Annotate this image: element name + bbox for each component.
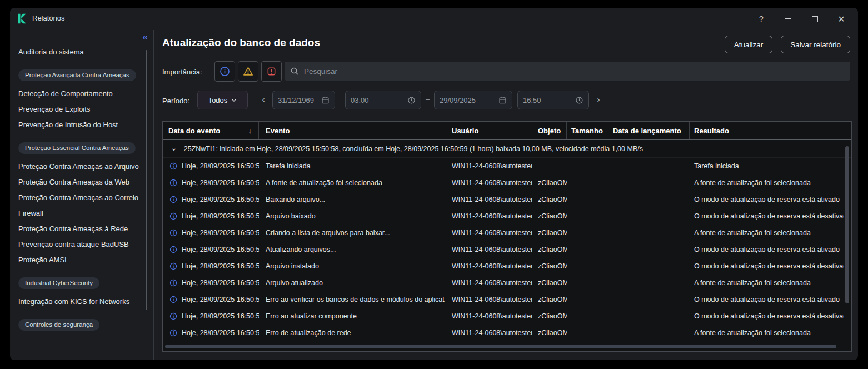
event-cell: Arquivo baixado — [259, 212, 445, 220]
sort-descending-icon[interactable]: ↓ — [248, 127, 252, 135]
user-cell: WIN11-24-0608\autotester — [445, 329, 532, 337]
user-cell: WIN11-24-0608\autotester — [445, 196, 532, 203]
table-row[interactable]: Hoje, 28/09/2025 16:50:58Atualizando arq… — [163, 241, 851, 258]
title-bar: Relatórios ? ✕ — [10, 8, 858, 30]
importance-warning-filter-button[interactable] — [238, 61, 258, 82]
sidebar-item[interactable]: Detecção de Comportamento — [18, 86, 141, 101]
info-icon — [169, 229, 177, 237]
sidebar-item[interactable]: Prevenção de Intrusão do Host — [18, 117, 141, 132]
sidebar-section: Controles de segurança — [18, 319, 144, 331]
event-date-cell: Hoje, 28/09/2025 16:50:58 — [163, 196, 259, 203]
period-prev-button[interactable]: ‹ — [260, 94, 267, 104]
table-row[interactable]: Hoje, 28/09/2025 16:50:58Arquivo atualiz… — [163, 275, 851, 291]
importance-info-filter-button[interactable] — [214, 61, 235, 82]
importance-critical-filter-button[interactable] — [261, 61, 282, 82]
task-group-row[interactable]: ⌄ 25ZNwTI1: iniciada em Hoje, 28/09/2025… — [163, 140, 851, 158]
event-cell: A fonte de atualização foi selecionada — [259, 179, 445, 187]
event-date-cell: Hoje, 28/09/2025 16:50:58 — [163, 162, 259, 170]
table-body: Hoje, 28/09/2025 16:50:58Tarefa iniciada… — [163, 158, 851, 341]
date-to-field[interactable]: 29/09/2025 — [434, 91, 512, 109]
sidebar-item[interactable]: Firewall — [18, 205, 141, 221]
maximize-icon — [812, 16, 818, 22]
clock-icon — [575, 96, 583, 104]
table-row[interactable]: Hoje, 28/09/2025 16:50:58Erro ao atualiz… — [163, 308, 851, 325]
object-cell: zCliaoOM — [532, 279, 567, 287]
sidebar-section-badge: Proteção Essencial Contra Ameaças — [18, 142, 136, 154]
sidebar-item[interactable]: Proteção Contra Ameaças da Web — [18, 174, 141, 190]
info-icon — [169, 279, 177, 287]
column-header-tamanho[interactable]: Tamanho — [567, 122, 608, 139]
sidebar-item[interactable]: Proteção Contra Ameaças à Rede — [18, 221, 141, 236]
column-header-data-de-lancamento[interactable]: Data de lançamento — [608, 122, 690, 139]
table-row[interactable]: Hoje, 28/09/2025 16:50:58Baixando arquiv… — [163, 191, 851, 208]
sidebar-item[interactable]: Auditoria do sistema — [18, 44, 141, 59]
horizontal-scrollbar[interactable] — [165, 345, 836, 348]
kaspersky-logo-icon — [16, 13, 28, 24]
period-next-button[interactable]: › — [595, 94, 602, 104]
result-cell: O modo de atualização de reserva está de… — [690, 312, 844, 320]
object-cell: zCliaoOM — [532, 179, 567, 187]
period-preset-dropdown[interactable]: Todos — [197, 91, 248, 109]
event-cell: Tarefa iniciada — [259, 162, 445, 170]
sidebar-section: Proteção Avançada Contra Ameaças — [18, 69, 144, 81]
event-date: Hoje, 28/09/2025 16:50:58 — [182, 246, 259, 253]
table-row[interactable]: Hoje, 28/09/2025 16:50:58Erro ao verific… — [163, 291, 851, 308]
maximize-button[interactable] — [806, 11, 824, 27]
result-cell: A fonte de atualização foi selecionada — [690, 329, 844, 337]
sidebar-collapse-button[interactable]: « — [143, 32, 147, 43]
table-row[interactable]: Hoje, 28/09/2025 16:50:58Erro de atualiz… — [163, 325, 851, 341]
event-date-cell: Hoje, 28/09/2025 16:50:58 — [163, 246, 259, 253]
search-field[interactable] — [285, 62, 850, 81]
sidebar-item[interactable]: Prevenção contra ataque BadUSB — [18, 236, 141, 252]
user-cell: WIN11-24-0608\autotester — [445, 296, 532, 303]
sidebar-item[interactable]: Proteção AMSI — [18, 252, 141, 267]
column-header-data-do-evento[interactable]: Data do evento ↓ — [163, 122, 259, 139]
result-cell: O modo de atualização de reserva está at… — [690, 246, 844, 253]
sidebar-item[interactable]: Prevenção de Exploits — [18, 101, 141, 117]
user-cell: WIN11-24-0608\autotester — [445, 179, 532, 187]
info-icon — [169, 212, 177, 220]
object-cell: zCliaoOM — [532, 229, 567, 237]
table-row[interactable]: Hoje, 28/09/2025 16:50:58A fonte de atua… — [163, 174, 851, 191]
minimize-button[interactable] — [779, 11, 797, 27]
sidebar-item[interactable]: Proteção Contra Ameaças ao Correio — [18, 190, 141, 205]
vertical-scrollbar[interactable] — [845, 146, 849, 303]
result-cell: A fonte de atualização foi selecionada — [690, 179, 844, 187]
sidebar-item[interactable]: Proteção Contra Ameaças ao Arquivo — [18, 158, 141, 174]
user-cell: WIN11-24-0608\autotester — [445, 262, 532, 270]
time-from-field[interactable]: 03:00 — [345, 91, 421, 109]
search-input[interactable] — [304, 67, 845, 76]
table-row[interactable]: Hoje, 28/09/2025 16:50:58Arquivo baixado… — [163, 208, 851, 225]
app-window: Relatórios ? ✕ « Auditoria do sistemaPro… — [10, 8, 858, 360]
refresh-button[interactable]: Atualizar — [725, 36, 773, 53]
table-header-row: Data do evento ↓ Evento Usuário Objeto T… — [163, 122, 851, 140]
window-title: Relatórios — [32, 14, 65, 22]
result-cell: O modo de atualização de reserva está de… — [690, 212, 844, 220]
result-cell: O modo de atualização de reserva está de… — [690, 262, 844, 270]
table-row[interactable]: Hoje, 28/09/2025 16:50:58Criando a lista… — [163, 225, 851, 241]
info-icon — [169, 312, 177, 320]
column-header-evento[interactable]: Evento — [259, 122, 445, 139]
table-row[interactable]: Hoje, 28/09/2025 16:50:58Tarefa iniciada… — [163, 158, 851, 174]
event-date-cell: Hoje, 28/09/2025 16:50:58 — [163, 296, 259, 303]
sidebar-scrollbar[interactable] — [146, 50, 147, 310]
time-to-field[interactable]: 16:50 — [517, 91, 589, 109]
user-cell: WIN11-24-0608\autotester — [445, 312, 532, 320]
help-button[interactable]: ? — [752, 11, 770, 27]
event-cell: Baixando arquivo... — [259, 196, 445, 203]
date-from-field[interactable]: 31/12/1969 — [272, 91, 335, 109]
close-button[interactable]: ✕ — [832, 11, 850, 27]
column-header-objeto[interactable]: Objeto — [532, 122, 567, 139]
column-header-resultado[interactable]: Resultado — [690, 122, 844, 139]
save-report-button[interactable]: Salvar relatório — [781, 36, 850, 53]
event-date: Hoje, 28/09/2025 16:50:58 — [182, 212, 259, 220]
info-icon — [169, 262, 177, 270]
sidebar-section-badge: Controles de segurança — [18, 319, 99, 331]
event-date: Hoje, 28/09/2025 16:50:58 — [182, 162, 259, 170]
search-icon — [290, 67, 299, 76]
result-cell: O modo de atualização de reserva está at… — [690, 196, 844, 203]
table-row[interactable]: Hoje, 28/09/2025 16:50:58Arquivo instala… — [163, 258, 851, 275]
sidebar-item[interactable]: Integração com KICS for Networks — [18, 293, 141, 309]
column-header-usuario[interactable]: Usuário — [445, 122, 532, 139]
chevron-expand-icon[interactable]: ⌄ — [171, 143, 177, 152]
